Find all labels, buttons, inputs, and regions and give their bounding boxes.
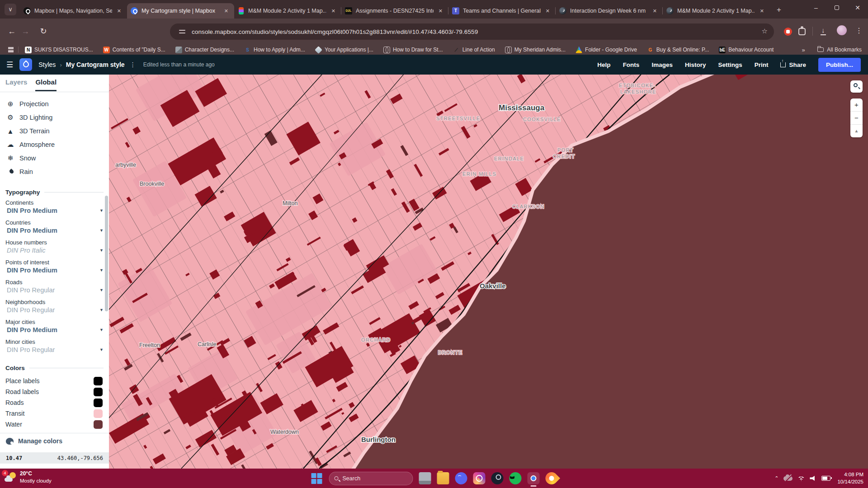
bookmark-item[interactable]: How to Draw for St...: [383, 47, 443, 53]
font-select[interactable]: DIN Pro Regular▼: [5, 306, 104, 314]
sidebar-item-snow[interactable]: ❄Snow: [0, 151, 109, 165]
mapbox-logo[interactable]: [19, 58, 32, 71]
back-button[interactable]: ←: [5, 25, 18, 38]
profile-avatar[interactable]: [837, 25, 847, 35]
bookmark-item[interactable]: Character Designs...: [175, 47, 234, 53]
downloads-icon[interactable]: ↓: [821, 26, 826, 35]
maximize-button[interactable]: [826, 0, 847, 16]
weather-widget[interactable]: 4 20°C Mostly cloudy: [5, 470, 52, 484]
tab-global[interactable]: Global: [35, 78, 57, 91]
extensions-icon[interactable]: [798, 28, 806, 35]
steam-icon[interactable]: [491, 472, 504, 484]
zoom-in-button[interactable]: +: [850, 99, 863, 111]
bookmark-item[interactable]: Your Applications |...: [315, 47, 373, 53]
bookmarks-overflow-chevron[interactable]: »: [802, 47, 805, 53]
apps-grid-icon[interactable]: [8, 47, 14, 52]
tab-layers[interactable]: Layers: [5, 78, 27, 91]
color-swatch[interactable]: [94, 388, 103, 396]
sidebar-item-rain[interactable]: Rain: [0, 165, 109, 178]
chrome-icon-active[interactable]: [528, 472, 540, 484]
browser-tab[interactable]: Mapbox | Maps, Navigation, Se...✕: [20, 3, 127, 19]
breadcrumb-styles-link[interactable]: Styles: [38, 61, 56, 68]
new-tab-button[interactable]: +: [774, 5, 784, 15]
bookmark-item[interactable]: GBuy & Sell Online: P...: [647, 47, 709, 53]
forward-button[interactable]: →: [19, 25, 32, 38]
zoom-out-button[interactable]: −: [850, 111, 863, 124]
sidebar-item-projection[interactable]: ⊕Projection: [0, 97, 109, 111]
battery-icon[interactable]: [821, 476, 830, 481]
sidebar-item-atmosphere[interactable]: ☁Atmosphere: [0, 138, 109, 151]
adblock-extension-icon[interactable]: [784, 28, 792, 36]
tab-close-icon[interactable]: ✕: [222, 7, 231, 15]
close-button[interactable]: ✕: [847, 0, 868, 16]
color-swatch[interactable]: [94, 377, 103, 385]
font-select[interactable]: DIN Pro Medium▼: [5, 227, 104, 234]
tab-close-icon[interactable]: ✕: [758, 7, 766, 15]
map-canvas[interactable]: STREETSVILLECOOKSVILLEETOBICOKE-LAKESHOR…: [109, 75, 868, 469]
nav-print[interactable]: Print: [755, 61, 769, 68]
bookmark-item[interactable]: ⟋Line of Action: [453, 47, 495, 53]
nav-history[interactable]: History: [685, 61, 706, 68]
refresh-button[interactable]: ↻: [37, 25, 50, 38]
share-button[interactable]: Share: [780, 61, 806, 68]
site-settings-icon[interactable]: [176, 26, 188, 38]
font-select[interactable]: DIN Pro Italic▼: [5, 247, 104, 254]
browser-menu-icon[interactable]: ⋮: [855, 26, 863, 35]
address-bar[interactable]: console.mapbox.com/studio/styles/sodsukh…: [170, 23, 774, 40]
bookmark-item[interactable]: NSUKI'S DISASTROUS...: [25, 47, 93, 53]
color-swatch[interactable]: [94, 420, 103, 429]
browser-tab[interactable]: My Cartogram style | Mapbox✕: [127, 3, 234, 19]
instagram-icon[interactable]: [473, 472, 486, 484]
font-select[interactable]: DIN Pro Medium▼: [5, 267, 104, 274]
onedrive-icon[interactable]: [783, 476, 793, 481]
wifi-icon[interactable]: [797, 476, 805, 481]
manage-colors-button[interactable]: Manage colors: [6, 437, 62, 445]
discord-icon[interactable]: [455, 472, 467, 484]
minimize-button[interactable]: –: [806, 0, 826, 16]
start-button[interactable]: [311, 472, 323, 485]
taskbar-search[interactable]: Search: [329, 472, 413, 485]
compass-reset-button[interactable]: ▲: [850, 124, 863, 137]
tab-close-icon[interactable]: ✕: [436, 7, 445, 15]
tab-search-button[interactable]: ∨: [5, 4, 16, 15]
bookmark-item[interactable]: bEBehaviour Account: [719, 47, 774, 53]
map-search-button[interactable]: [850, 80, 863, 93]
bookmark-item[interactable]: My Sheridan Admis...: [505, 47, 566, 53]
hidden-icons-chevron[interactable]: ⌃: [774, 475, 778, 481]
font-select[interactable]: DIN Pro Medium▼: [5, 207, 104, 214]
all-bookmarks-button[interactable]: All Bookmarks: [817, 47, 862, 53]
nav-settings[interactable]: Settings: [718, 61, 742, 68]
bookmark-item[interactable]: Folder - Google Drive: [576, 47, 637, 53]
sidebar-item-3d-lighting[interactable]: ⚙3D Lighting: [0, 111, 109, 124]
paint-app-icon[interactable]: [543, 469, 560, 487]
clock[interactable]: 4:08 PM 10/14/2025: [837, 471, 863, 485]
browser-tab[interactable]: M&M Module 2 Activity 1 Map...✕: [234, 3, 341, 19]
font-select[interactable]: DIN Pro Regular▼: [5, 286, 104, 294]
bookmark-item[interactable]: SHow to Apply | Adm...: [244, 47, 305, 53]
browser-tab[interactable]: Interaction Design Week 6 nm✕: [556, 3, 663, 19]
sidebar-item-3d-terrain[interactable]: ▲3D Terrain: [0, 124, 109, 138]
system-app-icon[interactable]: [419, 472, 431, 484]
color-swatch[interactable]: [94, 409, 103, 418]
style-options-icon[interactable]: ⋮: [130, 61, 136, 68]
tab-close-icon[interactable]: ✕: [329, 7, 338, 15]
tab-close-icon[interactable]: ✕: [115, 7, 123, 15]
bookmark-item[interactable]: WContents of "Daily S...: [103, 47, 165, 53]
url-text[interactable]: console.mapbox.com/studio/styles/sodsukh…: [192, 28, 478, 35]
spotify-icon[interactable]: [509, 472, 522, 484]
bookmark-star-icon[interactable]: ☆: [762, 27, 768, 35]
sidebar-scrollbar[interactable]: [105, 196, 108, 311]
volume-icon[interactable]: [810, 476, 816, 481]
nav-fonts[interactable]: Fonts: [623, 61, 640, 68]
color-swatch[interactable]: [94, 399, 103, 407]
tab-close-icon[interactable]: ✕: [651, 7, 659, 15]
nav-images[interactable]: Images: [651, 61, 673, 68]
hamburger-menu-icon[interactable]: ☰: [6, 60, 13, 70]
file-explorer-icon[interactable]: [437, 472, 449, 484]
font-select[interactable]: DIN Pro Regular▼: [5, 346, 104, 353]
browser-tab[interactable]: TTeams and Channels | General |...✕: [448, 3, 556, 19]
nav-help[interactable]: Help: [597, 61, 610, 68]
style-name[interactable]: My Cartogram style: [66, 61, 125, 68]
tab-close-icon[interactable]: ✕: [543, 7, 552, 15]
browser-tab[interactable]: D2LAssignments - DESN27425 Inte...✕: [341, 3, 448, 19]
